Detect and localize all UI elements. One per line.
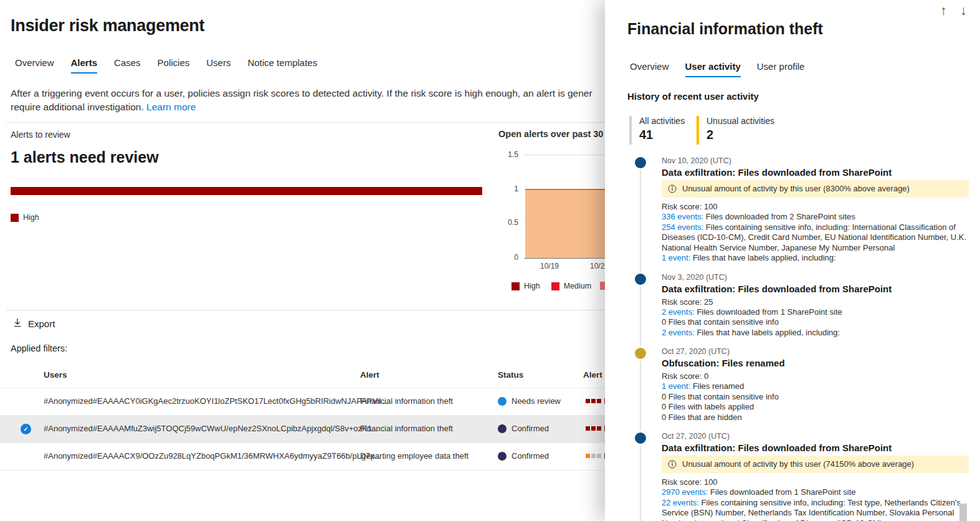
unusual-activity-banner: Unusual amount of activity by this user … bbox=[662, 456, 969, 473]
column-header-users[interactable]: Users bbox=[44, 370, 67, 380]
y-tick-1_5: 1.5 bbox=[496, 150, 518, 159]
section-divider bbox=[6, 310, 605, 310]
panel-tab-overview[interactable]: Overview bbox=[630, 61, 669, 77]
unusual-activities-value: 2 bbox=[706, 128, 774, 142]
events-link[interactable]: 336 events: bbox=[662, 212, 703, 221]
medium-swatch bbox=[551, 282, 559, 290]
panel-tab-user-profile[interactable]: User profile bbox=[757, 61, 805, 77]
activity-text: Files that have labels applied, includin… bbox=[690, 253, 835, 262]
events-link[interactable]: 2 events: bbox=[662, 307, 695, 317]
entry-title: Data exfiltration: Files downloaded from… bbox=[662, 284, 969, 295]
activity-text: 0 Files that contain sensitive info bbox=[662, 392, 779, 401]
tab-notice-templates[interactable]: Notice templates bbox=[247, 57, 317, 74]
cell-alert: Financial information theft bbox=[360, 415, 453, 442]
column-header-severity[interactable]: Alert s bbox=[583, 370, 605, 380]
tab-cases[interactable]: Cases bbox=[114, 57, 141, 74]
severity-square bbox=[591, 454, 596, 458]
activity-item: 0 Files with labels applied bbox=[662, 402, 969, 413]
table-row[interactable]: #Anonymized#EAAAACY0iGKgAec2trzuoKOYI1lo… bbox=[0, 388, 605, 415]
main-content: Insider risk management Overview Alerts … bbox=[0, 0, 605, 521]
tab-users[interactable]: Users bbox=[206, 57, 231, 74]
activity-item: 2 events: Files that have labels applied… bbox=[662, 328, 969, 338]
unusual-activity-text: Unusual amount of activity by this user … bbox=[682, 184, 910, 194]
status-dot-needs-review bbox=[498, 397, 507, 406]
panel-tab-user-activity[interactable]: User activity bbox=[685, 61, 741, 77]
x-tick-10-19: 10/19 bbox=[540, 262, 559, 270]
entry-title: Data exfiltration: Files downloaded from… bbox=[662, 167, 969, 178]
events-link[interactable]: 22 events: bbox=[662, 498, 699, 507]
x-tick-10-26: 10/26 bbox=[590, 262, 605, 270]
high-severity-bar bbox=[11, 187, 482, 195]
panel-title: Financial information theft bbox=[627, 20, 823, 38]
cell-user: #Anonymized#EAAAACX9/OOzZu928LqYZboqPGkM… bbox=[44, 442, 381, 470]
page-title: Insider risk management bbox=[11, 16, 204, 36]
column-header-alert[interactable]: Alert bbox=[360, 370, 379, 380]
tab-policies[interactable]: Policies bbox=[158, 57, 190, 74]
panel-scrollbar-thumb[interactable] bbox=[959, 504, 967, 521]
events-link[interactable]: 254 events: bbox=[662, 222, 703, 232]
row-selected-check-icon[interactable]: ✓ bbox=[21, 424, 31, 434]
chart-legend: High Medium bbox=[511, 282, 591, 290]
events-link[interactable]: 2 events: bbox=[662, 328, 695, 337]
tab-overview[interactable]: Overview bbox=[15, 57, 54, 74]
all-activities-value: 41 bbox=[639, 128, 685, 142]
activity-item: 1 event: Files renamed bbox=[662, 381, 969, 392]
alerts-legend: High bbox=[11, 213, 39, 222]
entry-date: Oct 27, 2020 (UTC) bbox=[662, 431, 969, 441]
info-icon bbox=[668, 184, 677, 193]
tab-alerts[interactable]: Alerts bbox=[71, 57, 98, 74]
activity-item: 336 events: Files downloaded from 2 Shar… bbox=[662, 212, 969, 222]
table-row[interactable]: ✓ #Anonymized#EAAAAMfuZ3wij5TOQCj59wCWwU… bbox=[0, 415, 605, 442]
chart-title: Open alerts over past 30 da bbox=[498, 129, 605, 139]
timeline-entry: Nov 3, 2020 (UTC) Data exfiltration: Fil… bbox=[635, 272, 969, 338]
all-activities-stat[interactable]: All activities 41 bbox=[629, 116, 685, 145]
unusual-activities-stat[interactable]: Unusual activities 2 bbox=[697, 116, 774, 145]
timeline-dot-gold bbox=[635, 348, 646, 359]
legend-label-medium: Medium bbox=[564, 282, 591, 290]
high-swatch bbox=[511, 282, 520, 290]
page-description-line2: require additional investigation. Learn … bbox=[11, 102, 196, 113]
section-divider bbox=[6, 122, 605, 123]
previous-alert-arrow-icon[interactable]: ↑ bbox=[940, 3, 947, 18]
table-row[interactable]: #Anonymized#EAAAACX9/OOzZu928LqYZboqPGkM… bbox=[0, 442, 605, 470]
entry-title: Data exfiltration: Files downloaded from… bbox=[662, 442, 969, 454]
activity-text: 0 Files with labels applied bbox=[662, 402, 754, 411]
risk-score: Risk score: 25 bbox=[662, 297, 969, 307]
severity-square bbox=[586, 426, 590, 431]
activity-text: Files containing sensitive info, includi… bbox=[662, 222, 966, 252]
unusual-activity-banner: Unusual amount of activity by this user … bbox=[662, 180, 969, 198]
alerts-headline: 1 alerts need review bbox=[11, 148, 159, 166]
activity-item: 0 Files that contain sensitive info bbox=[662, 392, 969, 403]
activity-item: 2970 events: Files downloaded from 1 Sha… bbox=[662, 487, 969, 498]
applied-filters-label: Applied filters: bbox=[11, 343, 67, 353]
severity-square bbox=[586, 399, 590, 403]
export-label: Export bbox=[28, 318, 55, 329]
events-link[interactable]: 1 event: bbox=[662, 253, 690, 262]
timeline-entry: Oct 27, 2020 (UTC) Data exfiltration: Fi… bbox=[635, 431, 969, 521]
events-link[interactable]: 2970 events: bbox=[662, 487, 708, 497]
cell-alert: Financial information theft bbox=[360, 388, 453, 415]
severity-square bbox=[586, 454, 590, 458]
next-alert-arrow-icon[interactable]: ↓ bbox=[960, 3, 967, 18]
cell-status: Needs review bbox=[511, 388, 561, 415]
risk-score: Risk score: 0 bbox=[662, 371, 969, 381]
learn-more-link[interactable]: Learn more bbox=[146, 102, 196, 112]
risk-score: Risk score: 100 bbox=[662, 201, 969, 212]
legend-item-high: High bbox=[511, 282, 540, 290]
severity-square bbox=[597, 399, 601, 403]
unusual-activities-label: Unusual activities bbox=[706, 116, 774, 126]
table-divider bbox=[0, 470, 605, 471]
events-link[interactable]: 1 event: bbox=[662, 381, 690, 391]
export-button[interactable]: Export bbox=[12, 318, 55, 330]
y-tick-0_5: 0.5 bbox=[496, 218, 518, 227]
activity-text: Files downloaded from 1 SharePoint site bbox=[708, 487, 855, 497]
activity-item: 0 Files that are hidden bbox=[662, 413, 969, 423]
legend-label-high: High bbox=[524, 282, 540, 290]
activity-item: 2 events: Files downloaded from 1 ShareP… bbox=[662, 307, 969, 318]
timeline-dot-blue bbox=[635, 157, 646, 168]
panel-tab-bar: Overview User activity User profile bbox=[630, 61, 804, 77]
activity-text: 0 Files that contain sensitive info bbox=[662, 317, 779, 327]
column-header-status[interactable]: Status bbox=[498, 370, 523, 380]
activity-item: 0 Files that contain sensitive info bbox=[662, 317, 969, 328]
status-dot-confirmed bbox=[498, 452, 507, 461]
